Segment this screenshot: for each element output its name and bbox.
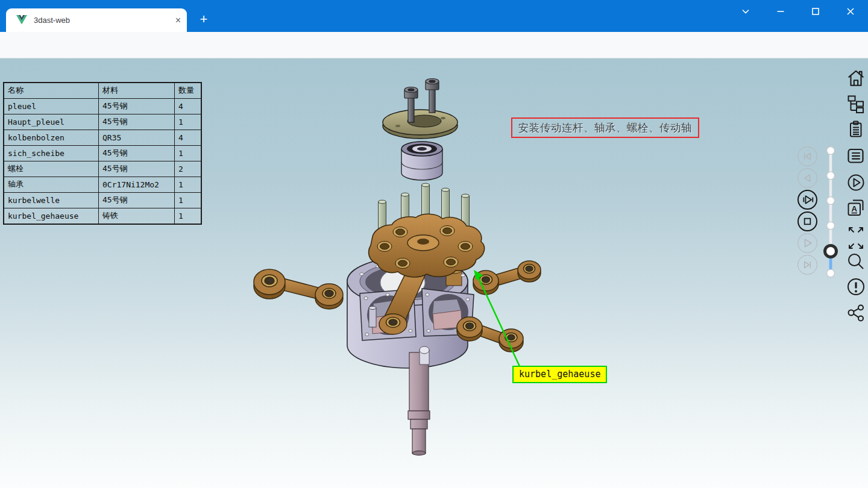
timeline-step-dot[interactable] bbox=[827, 222, 835, 230]
annotation-a-icon[interactable]: A bbox=[846, 198, 866, 219]
bom-header-name: 名称 bbox=[4, 83, 99, 99]
tab-close-icon[interactable]: × bbox=[175, 16, 181, 25]
viewer-content: 名称 材料 数量 pleuel45号钢4 Haupt_pleuel45号钢1 k… bbox=[0, 58, 868, 488]
part-pleuel-left[interactable] bbox=[254, 269, 343, 309]
timeline-step-dot[interactable] bbox=[827, 269, 835, 277]
new-tab-button[interactable]: + bbox=[195, 11, 212, 28]
bom-row: 螺栓45号钢2 bbox=[4, 161, 201, 177]
timeline-step-dot[interactable] bbox=[827, 147, 835, 155]
skip-to-start-icon[interactable] bbox=[797, 146, 817, 166]
part-callout-label: kurbel_gehaeuse bbox=[512, 366, 607, 383]
maximize-icon[interactable] bbox=[798, 0, 833, 23]
tab-title: 3dast-web bbox=[34, 16, 175, 25]
timeline-step-dot[interactable] bbox=[827, 172, 835, 180]
bom-header-row: 名称 材料 数量 bbox=[4, 83, 201, 99]
bom-row: 轴承0Cr17Ni12Mo21 bbox=[4, 177, 201, 193]
bom-header-qty: 数量 bbox=[175, 83, 202, 99]
clipboard-list-icon[interactable] bbox=[846, 119, 866, 140]
zoom-search-icon[interactable] bbox=[846, 251, 866, 272]
browser-toolbar: 不安全 192.168.30.157:11182/index.html?view… bbox=[0, 32, 868, 58]
play-icon[interactable] bbox=[797, 233, 817, 253]
vue-logo-icon bbox=[16, 15, 27, 25]
close-icon[interactable] bbox=[833, 0, 868, 23]
step-back-icon[interactable] bbox=[797, 168, 817, 188]
alert-icon[interactable] bbox=[846, 277, 866, 297]
expand-arrows-icon[interactable] bbox=[846, 224, 866, 252]
bom-table: 名称 材料 数量 pleuel45号钢4 Haupt_pleuel45号钢1 k… bbox=[3, 82, 202, 225]
stop-icon[interactable] bbox=[797, 211, 817, 231]
play-step-icon[interactable] bbox=[797, 190, 817, 210]
step-timeline-slider[interactable] bbox=[823, 143, 839, 283]
bom-row: kurbelwelle45号钢1 bbox=[4, 193, 201, 208]
list-icon[interactable] bbox=[846, 146, 866, 166]
bom-row: Haupt_pleuel45号钢1 bbox=[4, 114, 201, 130]
bom-row: pleuel45号钢4 bbox=[4, 99, 201, 114]
timeline-current-thumb[interactable] bbox=[825, 246, 837, 257]
browser-tab[interactable]: 3dast-web × bbox=[6, 8, 187, 32]
window-menu-chevron-icon[interactable] bbox=[728, 0, 763, 23]
share-nodes-icon[interactable] bbox=[846, 302, 866, 323]
bom-header-material: 材料 bbox=[99, 83, 175, 99]
playback-controls bbox=[797, 146, 817, 275]
bom-row: sich_scheibe45号钢1 bbox=[4, 146, 201, 161]
home-icon[interactable] bbox=[846, 68, 866, 89]
part-lager-bearing[interactable] bbox=[401, 142, 442, 180]
window-controls bbox=[728, 0, 868, 23]
play-circle-icon[interactable] bbox=[846, 172, 866, 193]
svg-text:A: A bbox=[852, 204, 858, 213]
step-annotation: 安装传动连杆、轴承、螺栓、传动轴 bbox=[511, 117, 699, 138]
assembly-tree-icon[interactable] bbox=[846, 93, 866, 114]
part-sich-scheibe-washer[interactable] bbox=[383, 110, 458, 139]
skip-to-end-icon[interactable] bbox=[797, 255, 817, 275]
bom-row: kurbel_gehaeuse铸铁1 bbox=[4, 208, 201, 225]
timeline-step-dot[interactable] bbox=[827, 197, 835, 205]
bom-row: kolbenbolzenQR354 bbox=[4, 130, 201, 146]
titlebar: 3dast-web × + bbox=[0, 0, 868, 32]
minimize-icon[interactable] bbox=[763, 0, 798, 23]
part-kurbelwelle[interactable] bbox=[408, 346, 430, 455]
